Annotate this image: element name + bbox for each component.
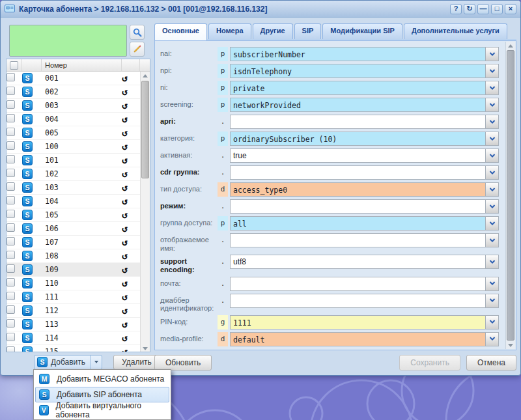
field-value[interactable]: 1111 (231, 316, 485, 329)
list-item[interactable]: S 109 ↺ (7, 263, 140, 277)
add-dropdown-arrow[interactable] (91, 356, 102, 369)
history-undo-icon[interactable]: ↺ (122, 236, 128, 248)
field-value[interactable]: all (231, 217, 485, 230)
save-button[interactable]: Сохранить (399, 355, 460, 371)
combo-trigger-button[interactable] (485, 217, 498, 230)
field-combobox[interactable]: private (230, 81, 499, 95)
row-checkbox[interactable] (7, 169, 15, 177)
field-value[interactable] (231, 277, 485, 290)
row-checkbox[interactable] (7, 155, 15, 163)
history-undo-icon[interactable]: ↺ (122, 154, 128, 166)
row-checkbox[interactable] (7, 278, 15, 287)
history-undo-icon[interactable]: ↺ (122, 305, 128, 316)
list-item[interactable]: S 112 ↺ (7, 304, 140, 318)
list-item[interactable]: S 002 ↺ (7, 85, 140, 99)
row-checkbox[interactable] (7, 333, 15, 341)
field-value[interactable] (231, 166, 485, 179)
field-value[interactable] (231, 234, 485, 247)
combo-trigger-button[interactable] (485, 48, 498, 61)
list-item[interactable]: S 111 ↺ (7, 290, 140, 304)
combo-trigger-button[interactable] (485, 183, 498, 196)
list-item[interactable]: S 003 ↺ (7, 99, 140, 113)
edit-button[interactable] (130, 42, 145, 57)
list-item[interactable]: S 105 ↺ (7, 208, 140, 222)
history-undo-icon[interactable]: ↺ (122, 291, 128, 303)
field-value[interactable]: isdnTelephony (231, 64, 485, 77)
list-item[interactable]: S 108 ↺ (7, 249, 140, 263)
list-scrollbar[interactable] (140, 72, 150, 352)
history-undo-icon[interactable]: ↺ (122, 277, 128, 289)
row-checkbox[interactable] (7, 210, 15, 218)
history-undo-icon[interactable]: ↺ (122, 182, 128, 193)
combo-trigger-button[interactable] (485, 333, 498, 346)
field-value[interactable]: ordinarySubscriber (10) (231, 132, 485, 145)
history-undo-icon[interactable]: ↺ (122, 100, 128, 111)
row-checkbox[interactable] (7, 292, 15, 300)
history-undo-icon[interactable]: ↺ (122, 168, 128, 180)
field-combobox[interactable] (230, 294, 499, 308)
field-value[interactable] (231, 294, 485, 307)
field-combobox[interactable]: 1111 (230, 315, 499, 329)
search-button[interactable] (130, 25, 145, 40)
history-undo-icon[interactable]: ↺ (122, 346, 128, 353)
row-checkbox[interactable] (7, 141, 15, 150)
scrollbar-thumb[interactable] (507, 50, 514, 341)
form-scrollbar[interactable] (505, 42, 515, 349)
tab-dop-uslugi[interactable]: Дополнительные услуги (404, 23, 507, 39)
field-value[interactable]: default (231, 333, 485, 346)
cancel-button[interactable]: Отмена (466, 355, 516, 371)
combo-trigger-button[interactable] (485, 316, 498, 329)
list-item[interactable]: S 115 ↺ (7, 345, 140, 352)
type-column-header[interactable] (22, 59, 42, 71)
number-column-header[interactable]: Номер (42, 59, 122, 71)
history-undo-icon[interactable]: ↺ (122, 86, 128, 98)
list-item[interactable]: S 100 ↺ (7, 140, 140, 154)
history-undo-icon[interactable]: ↺ (122, 127, 128, 139)
combo-trigger-button[interactable] (485, 149, 498, 162)
history-undo-icon[interactable]: ↺ (122, 332, 128, 344)
field-combobox[interactable]: default (230, 332, 499, 346)
row-checkbox[interactable] (7, 264, 15, 273)
field-value[interactable] (231, 115, 485, 128)
tab-osnovnye[interactable]: Основные (154, 23, 207, 40)
field-combobox[interactable]: subscriberNumber (230, 47, 499, 61)
field-combobox[interactable] (230, 199, 499, 214)
maximize-button[interactable]: □ (491, 4, 503, 14)
row-checkbox[interactable] (7, 196, 15, 204)
list-item[interactable]: S 114 ↺ (7, 331, 140, 345)
combo-trigger-button[interactable] (485, 166, 498, 179)
list-item[interactable]: S 004 ↺ (7, 113, 140, 126)
list-item[interactable]: S 101 ↺ (7, 154, 140, 167)
field-combobox[interactable] (230, 233, 499, 247)
list-item[interactable]: S 113 ↺ (7, 318, 140, 331)
tab-drugie[interactable]: Другие (253, 23, 293, 39)
list-item[interactable]: S 102 ↺ (7, 167, 140, 181)
search-input[interactable] (9, 25, 127, 57)
history-undo-icon[interactable]: ↺ (122, 141, 128, 152)
field-combobox[interactable]: true (230, 148, 499, 163)
field-combobox[interactable] (230, 277, 499, 291)
combo-trigger-button[interactable] (485, 277, 498, 290)
row-checkbox[interactable] (7, 100, 15, 109)
history-undo-icon[interactable]: ↺ (122, 113, 128, 125)
menu-item-add-sip[interactable]: S Добавить SIP абонента (35, 387, 169, 402)
row-checkbox[interactable] (7, 319, 15, 328)
row-checkbox[interactable] (7, 251, 15, 259)
field-combobox[interactable] (230, 165, 499, 180)
field-combobox[interactable]: all (230, 216, 499, 231)
row-checkbox[interactable] (7, 128, 15, 136)
row-checkbox[interactable] (7, 237, 15, 245)
list-item[interactable]: S 104 ↺ (7, 195, 140, 208)
history-undo-icon[interactable]: ↺ (122, 209, 128, 221)
field-value[interactable]: utf8 (231, 255, 485, 268)
field-value[interactable]: subscriberNumber (231, 48, 485, 61)
list-item[interactable]: S 103 ↺ (7, 181, 140, 195)
tab-sip[interactable]: SIP (294, 23, 322, 39)
field-value[interactable]: networkProvided (231, 98, 485, 111)
field-value[interactable] (231, 200, 485, 213)
close-button[interactable]: × (505, 4, 516, 14)
menu-item-add-megaco[interactable]: M Добавить MEGACO абонента (35, 371, 169, 387)
field-combobox[interactable]: isdnTelephony (230, 64, 499, 78)
row-checkbox[interactable] (7, 87, 15, 95)
refresh-form-button[interactable]: Обновить (154, 355, 212, 371)
